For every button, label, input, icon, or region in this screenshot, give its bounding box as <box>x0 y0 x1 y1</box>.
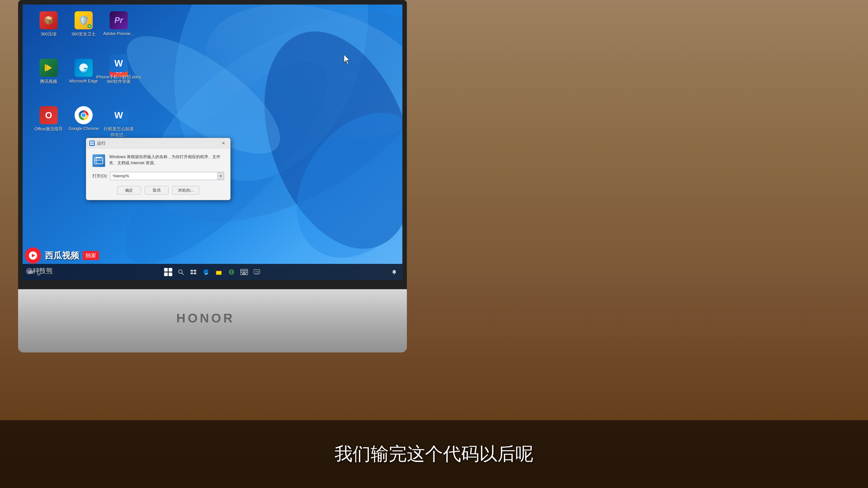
dialog-browse-button[interactable]: 浏览(B)... <box>172 186 199 195</box>
360safe-icon-label: 360安全卫士 <box>71 31 96 37</box>
taskbar-start-button[interactable] <box>163 267 174 277</box>
win-tile-2 <box>168 268 172 271</box>
dialog-input-row: 打开(O): ▼ <box>92 172 224 180</box>
svg-text:ABC: ABC <box>255 270 260 273</box>
word-doc-icon-img: W <box>110 106 128 124</box>
taskbar-keyboard-button[interactable] <box>239 267 249 277</box>
360safe-icon-img: 🛡️ + <box>74 11 93 29</box>
svg-rect-39 <box>241 272 242 273</box>
dialog-title-icon <box>89 140 95 146</box>
xigua-top-row: 西瓜视频 独家 <box>25 248 99 264</box>
subtitle-bar: 我们输完这个代码以后呢 <box>0 420 868 488</box>
taskbar-edge-button[interactable] <box>201 267 211 277</box>
svg-marker-7 <box>46 64 52 71</box>
ie-icon <box>228 269 235 275</box>
edge-icon-img <box>74 59 93 77</box>
svg-rect-27 <box>191 272 193 274</box>
office-activate-icon-img: O <box>39 106 58 124</box>
premiere-icon-label: Adobe Premie... <box>103 31 134 36</box>
dialog-ok-button[interactable]: 确定 <box>117 186 141 195</box>
taskbar-keyboard2-button[interactable]: ABC <box>252 267 262 277</box>
dialog-input-label: 打开(O): <box>92 173 107 179</box>
mouse-cursor <box>344 54 350 65</box>
dialog-input-wrapper: ▼ <box>110 172 224 180</box>
dialog-description-text: Windows 将根据你所输入的名称，为你打开相应的程序、文件夹、文档或 Int… <box>109 154 224 166</box>
desktop-icon-office-activate[interactable]: O Office激活指导 <box>32 104 66 149</box>
notification-icon <box>392 269 397 274</box>
iphone-word-icon-label: iPhone手机小妙招.docx <box>96 74 141 80</box>
svg-rect-36 <box>243 270 244 271</box>
dialog-cancel-button[interactable]: 取消 <box>145 186 168 195</box>
taskbar-ie-button[interactable] <box>226 267 237 277</box>
taskbar-center-icons: ABC <box>163 267 262 277</box>
taskbar-taskview-button[interactable] <box>188 267 199 277</box>
svg-point-46 <box>394 273 395 274</box>
svg-rect-16 <box>95 158 103 164</box>
taskbar-files-button[interactable] <box>214 267 224 277</box>
chrome-icon-label: Google Chrome <box>68 126 99 131</box>
office-activate-icon-label: Office激活指导 <box>34 126 63 132</box>
chrome-icon-img <box>74 106 93 124</box>
search-icon <box>178 269 184 275</box>
svg-rect-8 <box>45 64 46 71</box>
svg-rect-25 <box>191 270 193 271</box>
svg-rect-26 <box>194 270 196 271</box>
edge-taskbar-icon <box>203 268 210 275</box>
desktop-icon-premiere[interactable]: Pr Adobe Premie... <box>102 9 135 54</box>
dialog-top-section: Windows 将根据你所输入的名称，为你打开相应的程序、文件夹、文档或 Int… <box>92 154 224 167</box>
desktop-icon-iphone-word[interactable]: W iPhone手机小妙招.docx <box>95 52 143 82</box>
dialog-large-icon <box>92 154 105 167</box>
svg-rect-37 <box>244 270 246 271</box>
xigua-watermark: 西瓜视频 独家 @科技熊 <box>25 248 99 275</box>
xigua-play-icon <box>29 251 37 260</box>
edge-icon-label: Microsoft Edge <box>69 78 98 84</box>
svg-rect-42 <box>242 273 246 274</box>
keyboard-icon <box>240 269 248 275</box>
svg-rect-14 <box>90 143 92 145</box>
svg-point-11 <box>82 113 86 117</box>
tencent-icon-img <box>39 59 58 77</box>
svg-line-24 <box>182 273 184 275</box>
keyboard2-icon: ABC <box>253 269 260 275</box>
desktop-icon-360zip[interactable]: 📦 360压缩 <box>32 9 66 54</box>
dialog-dropdown-button[interactable]: ▼ <box>217 172 224 180</box>
taskbar-right-area <box>390 268 398 276</box>
dialog-title-left: 运行 <box>89 140 105 146</box>
xigua-handle: @科技熊 <box>26 266 99 275</box>
taskview-icon <box>190 269 197 275</box>
desktop-icon-tencent[interactable]: 腾讯视频 <box>32 57 66 102</box>
subtitle-text: 我们输完这个代码以后呢 <box>335 442 533 466</box>
dialog-close-button[interactable]: ✕ <box>219 139 227 147</box>
win-tile-3 <box>164 272 168 276</box>
tencent-icon-label: 腾讯视频 <box>40 78 57 85</box>
files-icon <box>215 269 222 275</box>
svg-rect-41 <box>246 272 247 273</box>
svg-rect-13 <box>92 141 94 143</box>
dialog-buttons-row: 确定 取消 浏览(B)... <box>92 186 224 195</box>
svg-rect-12 <box>90 141 92 143</box>
svg-rect-40 <box>243 272 246 273</box>
dialog-body: Windows 将根据你所输入的名称，为你打开相应的程序、文件夹、文档或 Int… <box>86 149 230 200</box>
dialog-open-input[interactable] <box>111 172 217 180</box>
dialog-title-text: 运行 <box>97 140 105 146</box>
xigua-platform-name: 西瓜视频 <box>45 250 79 261</box>
xigua-exclusive-badge: 独家 <box>83 251 99 260</box>
xigua-logo-circle <box>25 248 41 264</box>
svg-rect-28 <box>194 272 196 274</box>
svg-rect-15 <box>92 143 94 145</box>
win-tile-1 <box>164 268 168 271</box>
360zip-icon-img: 📦 <box>39 11 58 29</box>
win-tile-4 <box>168 272 172 276</box>
svg-rect-17 <box>96 157 102 158</box>
taskbar-search-button[interactable] <box>176 267 186 277</box>
iphone-word-icon-img: W <box>110 54 128 72</box>
dialog-titlebar[interactable]: 运行 ✕ <box>86 138 230 149</box>
360zip-icon-label: 360压缩 <box>41 31 57 37</box>
run-dialog[interactable]: 运行 ✕ Windows 将根据你所输入的名称，为你打开相应的程序、文件夹、文档… <box>86 138 230 200</box>
desktop-icon-360safe[interactable]: 🛡️ + 360安全卫士 <box>67 9 101 54</box>
svg-rect-35 <box>241 270 242 271</box>
laptop-brand: HONOR <box>176 311 235 325</box>
premiere-icon-img: Pr <box>110 11 128 29</box>
svg-rect-38 <box>246 270 247 271</box>
taskbar-right-icon1[interactable] <box>390 268 398 276</box>
